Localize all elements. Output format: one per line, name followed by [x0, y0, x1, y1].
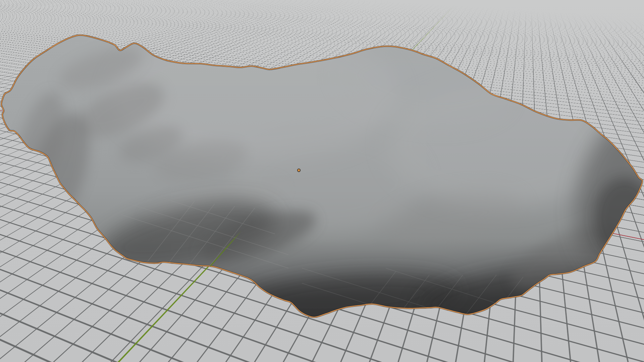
3d-viewport[interactable]: [0, 0, 644, 362]
scene-overlay: [0, 0, 644, 362]
object-origin-dot: [298, 169, 300, 172]
